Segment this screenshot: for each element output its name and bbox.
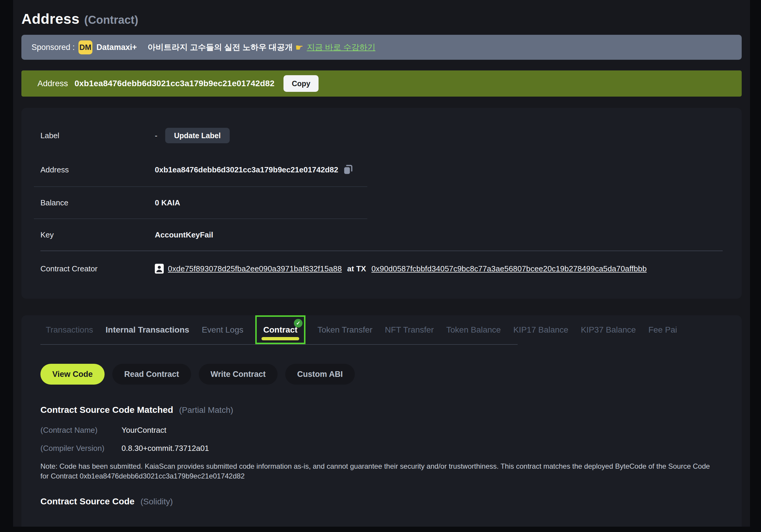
balance-row-value: 0 KAIA <box>155 198 180 207</box>
tab-kip37-balance[interactable]: KIP37 Balance <box>581 315 636 344</box>
tab-contract-label: Contract <box>263 325 297 335</box>
sponsored-message: 아비트라지 고수들의 실전 노하우 대공개 <box>147 42 293 53</box>
contract-name-label: (Contract Name) <box>40 426 122 435</box>
address-row-title: Address <box>40 165 155 174</box>
page-header: Address (Contract) <box>22 0 742 27</box>
tab-token-balance[interactable]: Token Balance <box>446 315 501 344</box>
address-bar-value: 0xb1ea8476debb6d3021cc3a179b9ec21e01742d… <box>75 79 274 88</box>
update-label-button[interactable]: Update Label <box>165 128 230 143</box>
label-row: Label - Update Label <box>40 118 723 153</box>
tab-kip17-balance[interactable]: KIP17 Balance <box>513 315 568 344</box>
source-code-language: (Solidity) <box>141 497 173 506</box>
contract-name-value: YourContract <box>122 426 166 435</box>
copy-address-button[interactable]: Copy <box>283 75 319 92</box>
read-contract-button[interactable]: Read Contract <box>112 364 191 384</box>
custom-abi-button[interactable]: Custom ABI <box>285 364 355 384</box>
contract-name-row: (Contract Name) YourContract <box>40 426 723 435</box>
creator-tx-link[interactable]: 0x90d0587fcbbfd34057c9bc8c77a3ae56807bce… <box>372 264 647 273</box>
address-highlight-bar: Address 0xb1ea8476debb6d3021cc3a179b9ec2… <box>22 71 742 96</box>
tab-event-logs[interactable]: Event Logs <box>202 315 243 344</box>
contract-creator-row: Contract Creator 0xde75f893078d25fba2ee0… <box>40 251 723 286</box>
tab-nft-transfer[interactable]: NFT Transfer <box>385 315 434 344</box>
label-row-value: - <box>155 131 157 140</box>
tab-bar-divider <box>40 344 518 345</box>
tab-fee-paid[interactable]: Fee Pai <box>648 315 677 344</box>
verified-check-icon: ✓ <box>294 319 303 327</box>
compiler-version-label: (Compiler Version) <box>40 444 122 453</box>
label-row-title: Label <box>40 131 155 140</box>
account-person-icon <box>155 264 164 274</box>
address-row: Address 0xb1ea8476debb6d3021cc3a179b9ec2… <box>40 153 723 186</box>
sponsored-link[interactable]: 지금 바로 수강하기 <box>307 42 375 53</box>
write-contract-button[interactable]: Write Contract <box>199 364 278 384</box>
key-row: Key AccountKeyFail <box>40 219 723 251</box>
tab-token-transfer[interactable]: Token Transfer <box>317 315 372 344</box>
active-tab-underline <box>262 337 299 340</box>
page-title-suffix: (Contract) <box>85 14 139 27</box>
balance-row-title: Balance <box>40 198 155 207</box>
contract-tabs-card: Transactions Internal Transactions Event… <box>22 315 742 527</box>
tab-transactions[interactable]: Transactions <box>46 315 93 344</box>
balance-row: Balance 0 KAIA <box>40 187 723 218</box>
page-content: Address (Contract) Sponsored : DM Datama… <box>13 0 750 527</box>
sponsored-label: Sponsored : <box>31 43 75 52</box>
compiler-version-value: 0.8.30+commit.73712a01 <box>122 444 209 453</box>
sponsored-banner: Sponsored : DM Datamaxi+ 아비트라지 고수들의 실전 노… <box>22 35 742 60</box>
address-row-value: 0xb1ea8476debb6d3021cc3a179b9ec21e01742d… <box>155 165 338 174</box>
compiler-version-row: (Compiler Version) 0.8.30+commit.73712a0… <box>40 444 723 453</box>
source-matched-heading: Contract Source Code Matched (Partial Ma… <box>40 405 723 415</box>
address-info-card: Label - Update Label Address 0xb1ea8476d… <box>22 108 742 299</box>
tab-internal-transactions[interactable]: Internal Transactions <box>105 315 189 344</box>
creator-address-link[interactable]: 0xde75f893078d25fba2ee090a3971baf832f15a… <box>168 264 342 273</box>
key-row-value: AccountKeyFail <box>155 230 213 240</box>
source-code-heading: Contract Source Code (Solidity) <box>40 496 723 506</box>
view-code-button[interactable]: View Code <box>40 364 105 384</box>
page-title: Address <box>22 11 80 27</box>
source-code-title: Contract Source Code <box>40 496 135 506</box>
creator-row-title: Contract Creator <box>40 264 155 273</box>
tab-contract[interactable]: Contract ✓ <box>255 315 306 344</box>
at-tx-label: at TX <box>347 264 366 273</box>
partial-match-label: (Partial Match) <box>179 405 233 415</box>
pointing-hand-icon: ☛ <box>295 42 303 53</box>
copy-icon[interactable] <box>343 164 353 175</box>
source-matched-title: Contract Source Code Matched <box>40 405 173 415</box>
address-bar-label: Address <box>37 79 68 88</box>
contract-action-buttons: View Code Read Contract Write Contract C… <box>40 364 723 384</box>
sponsored-brand: Datamaxi+ <box>96 43 137 52</box>
key-row-title: Key <box>40 230 155 240</box>
tab-bar: Transactions Internal Transactions Event… <box>46 315 723 344</box>
datamaxi-logo-icon: DM <box>79 40 92 54</box>
submission-note: Note: Code has been submitted. KaiaScan … <box>40 461 719 481</box>
